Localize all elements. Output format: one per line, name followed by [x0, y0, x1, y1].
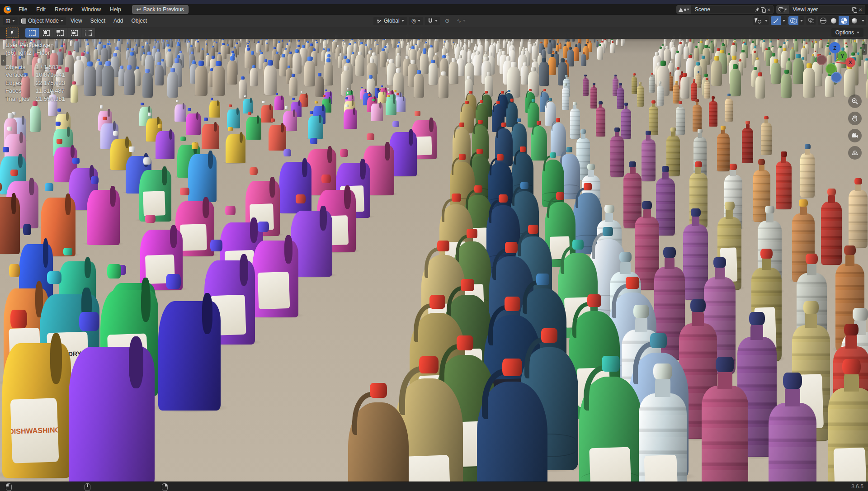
bottle[interactable] — [395, 93, 406, 112]
bottle[interactable] — [429, 60, 438, 85]
bottle[interactable] — [562, 83, 569, 110]
copy-icon[interactable] — [761, 7, 765, 12]
bottle[interactable] — [730, 64, 741, 96]
bottle[interactable] — [473, 51, 482, 76]
bottle[interactable] — [439, 71, 448, 99]
gizmo-axis-z-neg[interactable] — [831, 72, 842, 83]
bottle[interactable] — [694, 46, 699, 61]
bottle[interactable] — [755, 72, 765, 99]
bottle[interactable] — [155, 62, 164, 85]
bottle[interactable] — [252, 222, 298, 317]
bottle[interactable] — [274, 93, 284, 110]
camera-view-button[interactable] — [848, 129, 862, 142]
scene-name[interactable]: Scene — [691, 6, 753, 13]
bottle[interactable] — [556, 43, 559, 52]
menu-object[interactable]: Object — [127, 18, 151, 24]
bottle[interactable] — [71, 81, 78, 102]
navigation-gizmo[interactable]: Z Y X — [814, 38, 857, 88]
bottle[interactable] — [226, 127, 245, 164]
bottle[interactable] — [175, 100, 186, 122]
gizmos-chevron[interactable] — [781, 16, 787, 25]
bottle[interactable] — [702, 355, 748, 482]
bottle[interactable] — [610, 127, 624, 177]
bottle[interactable] — [134, 66, 141, 86]
bottle[interactable] — [725, 94, 733, 122]
bottle[interactable] — [742, 120, 754, 163]
bottle[interactable] — [371, 99, 383, 121]
bottle[interactable] — [87, 176, 120, 245]
bottle[interactable] — [771, 59, 780, 84]
bottle[interactable] — [94, 47, 98, 60]
bottle[interactable] — [477, 355, 547, 482]
bottle[interactable] — [503, 39, 506, 48]
viewlayer-browse-button[interactable] — [777, 5, 789, 14]
bottle[interactable] — [243, 95, 253, 113]
bottle[interactable] — [417, 39, 420, 47]
bottle[interactable] — [610, 41, 615, 53]
bottle[interactable] — [621, 38, 624, 46]
options-button[interactable]: Options — [831, 28, 863, 37]
shading-solid-button[interactable] — [828, 16, 839, 25]
bottle[interactable] — [212, 61, 225, 96]
snap-toggle[interactable] — [425, 17, 440, 25]
bottle[interactable] — [776, 151, 792, 209]
select-box-invert-button[interactable] — [67, 28, 81, 38]
bottle[interactable] — [246, 112, 261, 140]
bottle[interactable] — [800, 144, 815, 198]
bottle[interactable] — [434, 39, 439, 52]
viewlayer-name[interactable]: ViewLayer — [789, 6, 850, 13]
xray-toggle[interactable] — [806, 16, 816, 25]
select-box-subtract-button[interactable] — [53, 28, 67, 38]
bottle[interactable] — [596, 101, 605, 137]
bottle[interactable] — [209, 98, 220, 118]
overlays-chevron[interactable] — [798, 16, 804, 25]
scene-selector[interactable]: Scene × — [676, 5, 774, 14]
bottle[interactable] — [485, 39, 489, 52]
bottle[interactable] — [30, 101, 41, 132]
viewlayer-selector[interactable]: ViewLayer × — [776, 5, 865, 14]
select-box-new-button[interactable] — [25, 28, 39, 38]
menu-help[interactable]: Help — [105, 4, 126, 15]
bottle[interactable] — [343, 42, 347, 54]
editor-type-button[interactable]: ⊞ — [3, 17, 18, 25]
menu-window[interactable]: Window — [77, 4, 105, 15]
select-box-extend-button[interactable] — [39, 28, 53, 38]
bottle[interactable] — [756, 38, 759, 45]
bottle[interactable] — [616, 38, 618, 45]
bottle[interactable] — [344, 104, 357, 129]
bottle[interactable] — [532, 43, 538, 60]
zoom-button[interactable] — [848, 94, 862, 108]
bottle[interactable] — [573, 44, 579, 61]
bottle[interactable] — [581, 52, 586, 66]
gizmo-axis-z[interactable]: Z — [829, 42, 840, 53]
perspective-toggle-button[interactable] — [848, 146, 862, 160]
bottle[interactable] — [195, 61, 208, 96]
bottle[interactable] — [70, 39, 73, 46]
transform-orientation-dropdown[interactable]: Global — [373, 17, 407, 25]
copy-icon[interactable] — [852, 7, 857, 12]
bottle[interactable] — [849, 177, 868, 248]
bottle[interactable] — [269, 118, 286, 151]
bottle[interactable] — [158, 274, 221, 411]
bottle[interactable] — [649, 73, 655, 93]
bottle[interactable] — [414, 70, 424, 98]
bottle[interactable] — [292, 49, 302, 74]
bottle[interactable] — [392, 38, 396, 48]
bottle[interactable] — [579, 353, 642, 482]
proportional-edit-toggle[interactable]: ⊙ — [442, 17, 452, 25]
show-object-types-button[interactable] — [753, 16, 763, 25]
bottle[interactable] — [769, 371, 817, 482]
mode-dropdown[interactable]: Object Mode — [19, 17, 66, 25]
pivot-point-dropdown[interactable]: ◎ — [409, 17, 423, 25]
bottle[interactable] — [167, 68, 178, 98]
bottle[interactable] — [260, 38, 263, 45]
shading-rendered-button[interactable] — [849, 16, 859, 25]
bottle[interactable] — [69, 312, 155, 482]
bottle[interactable] — [521, 62, 528, 84]
bottle[interactable] — [327, 38, 329, 44]
bottle[interactable] — [324, 58, 334, 85]
menu-add[interactable]: Add — [110, 18, 127, 24]
bottle[interactable] — [226, 44, 230, 54]
bottle[interactable] — [786, 40, 789, 48]
bottle[interactable] — [711, 56, 722, 86]
